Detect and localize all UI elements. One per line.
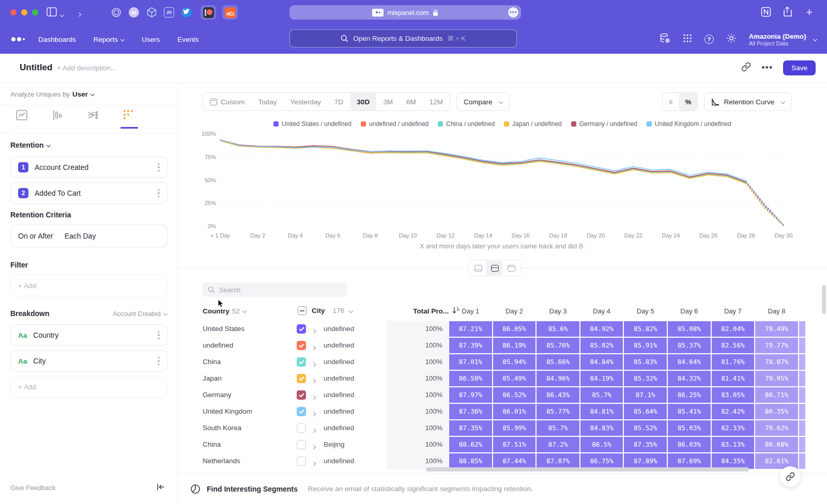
- chart-type-selector[interactable]: Retention Curve: [704, 92, 792, 111]
- vertical-scrollbar[interactable]: [822, 285, 826, 314]
- tab-soundcloud-icon[interactable]: [222, 5, 238, 20]
- step-menu-icon[interactable]: [158, 189, 160, 198]
- step-menu-icon[interactable]: [158, 163, 160, 172]
- retention-cell[interactable]: 82.42%: [712, 404, 755, 419]
- retention-cell[interactable]: 85.02%: [580, 338, 623, 353]
- retention-cell[interactable]: 87.01%: [449, 354, 492, 370]
- step-card-2[interactable]: 2 Added To Cart: [10, 182, 167, 204]
- range-yesterday[interactable]: Yesterday: [284, 93, 328, 111]
- retention-cell[interactable]: 85.82%: [624, 321, 667, 337]
- funnels-report-icon[interactable]: [51, 109, 65, 122]
- retention-cell[interactable]: 87.35%: [449, 420, 492, 436]
- retention-cell[interactable]: 80.35%: [755, 404, 798, 419]
- insights-report-icon[interactable]: [16, 109, 29, 122]
- retention-cell[interactable]: 86.05%: [493, 321, 536, 337]
- retention-cell[interactable]: 78.87%: [755, 354, 798, 370]
- retention-cell[interactable]: 85.83%: [624, 354, 667, 370]
- expand-row-icon[interactable]: [312, 443, 315, 452]
- retention-cell[interactable]: 84.83%: [580, 420, 623, 436]
- retention-cell[interactable]: 86.01%: [493, 404, 536, 419]
- range-30d[interactable]: 30D: [350, 93, 376, 111]
- retention-cell[interactable]: 84.92%: [580, 321, 623, 337]
- column-total[interactable]: Total Pro...: [374, 307, 449, 315]
- step-card-1[interactable]: 1 Account Created: [10, 156, 167, 178]
- retention-cell[interactable]: 79.77%: [755, 338, 798, 353]
- retention-line-chart[interactable]: 100%75%50%25%0%< 1 DayDay 2Day 4Day 6Day…: [198, 131, 798, 242]
- retention-cell[interactable]: 84.81%: [580, 404, 623, 419]
- retention-cell[interactable]: 81.76%: [712, 354, 755, 370]
- tab-cube-icon[interactable]: [144, 5, 159, 20]
- analyze-uniques-control[interactable]: Analyze Uniques byUser: [10, 90, 94, 98]
- retention-cell[interactable]: 87.35%: [624, 437, 667, 452]
- expand-row-icon[interactable]: [312, 376, 315, 386]
- retention-cell[interactable]: 81.41%: [712, 371, 755, 386]
- layout-chart-focus-button[interactable]: [470, 261, 486, 275]
- tab-target-icon[interactable]: [109, 5, 124, 20]
- range-3m[interactable]: 3M: [376, 93, 400, 111]
- expand-row-icon[interactable]: [312, 327, 315, 336]
- legend-item[interactable]: Japan / undefined: [504, 120, 561, 128]
- tab-patreon-icon[interactable]: [201, 5, 216, 20]
- save-button[interactable]: Save: [783, 60, 816, 75]
- range-custom[interactable]: Custom: [203, 93, 252, 111]
- percent-mode-button[interactable]: %: [679, 93, 697, 111]
- flows-report-icon[interactable]: [87, 109, 100, 122]
- retention-cell[interactable]: 87.89%: [624, 453, 667, 469]
- column-day-3[interactable]: Day 3: [537, 307, 579, 315]
- url-more-icon[interactable]: •••: [508, 7, 518, 18]
- retention-cell[interactable]: 80.68%: [755, 437, 798, 452]
- nav-item-reports[interactable]: Reports: [94, 36, 124, 43]
- series-checkbox[interactable]: [297, 324, 306, 334]
- expand-row-icon[interactable]: [312, 343, 315, 353]
- window-controls[interactable]: [10, 9, 38, 15]
- more-actions-icon[interactable]: •••: [761, 62, 773, 73]
- retention-cell[interactable]: 86.52%: [493, 387, 536, 403]
- retention-cell[interactable]: 85.41%: [668, 404, 711, 419]
- retention-cell[interactable]: 86.43%: [537, 387, 579, 403]
- retention-cell[interactable]: 85.76%: [537, 338, 579, 353]
- retention-cell[interactable]: 85.94%: [493, 354, 536, 370]
- retention-cell[interactable]: 87.21%: [449, 321, 492, 337]
- retention-cell[interactable]: 87.39%: [449, 338, 492, 353]
- data-management-icon[interactable]: [660, 33, 670, 45]
- column-day-5[interactable]: Day 5: [624, 307, 667, 315]
- tab-m-icon[interactable]: m: [126, 5, 142, 20]
- new-tab-icon[interactable]: +: [806, 6, 813, 19]
- retention-cell[interactable]: 84.84%: [580, 354, 623, 370]
- share-link-fab[interactable]: [780, 466, 801, 487]
- mixpanel-logo[interactable]: [11, 37, 25, 41]
- chevron-down-icon[interactable]: [60, 10, 64, 20]
- report-title[interactable]: Untitled: [20, 62, 52, 73]
- tab-bird-icon[interactable]: [179, 5, 194, 20]
- retention-cell[interactable]: 87.07%: [537, 453, 579, 469]
- retention-cell[interactable]: 85.03%: [668, 420, 711, 436]
- nav-item-users[interactable]: Users: [142, 36, 160, 43]
- range-today[interactable]: Today: [252, 93, 284, 111]
- retention-cell[interactable]: 84.64%: [668, 354, 711, 370]
- retention-cell[interactable]: 85.08%: [668, 321, 711, 337]
- give-feedback-link[interactable]: Give Feedback: [10, 484, 55, 492]
- share-icon[interactable]: [783, 6, 792, 19]
- retention-cell[interactable]: 84.35%: [712, 453, 755, 469]
- retention-cell[interactable]: 85.77%: [537, 404, 579, 419]
- minimize-window-button[interactable]: [21, 9, 27, 15]
- nav-item-dashboards[interactable]: Dashboards: [38, 36, 76, 43]
- series-checkbox[interactable]: [297, 407, 306, 416]
- retention-cell[interactable]: 79.49%: [755, 321, 798, 337]
- expand-row-icon[interactable]: [312, 360, 315, 369]
- retention-cell[interactable]: 83.13%: [712, 437, 755, 452]
- retention-cell[interactable]: 84.19%: [580, 371, 623, 386]
- column-day-1[interactable]: Day 1: [449, 307, 492, 315]
- column-day-2[interactable]: Day 2: [493, 307, 536, 315]
- retention-cell[interactable]: 82.56%: [712, 338, 755, 353]
- range-7d[interactable]: 7D: [328, 93, 350, 111]
- expand-row-icon[interactable]: [312, 459, 315, 468]
- retention-cell[interactable]: 85.7%: [537, 420, 579, 436]
- project-switcher[interactable]: Amazonia {Demo} All Project Data: [749, 33, 817, 46]
- segments-title[interactable]: Find Interesting Segments: [207, 485, 298, 493]
- global-search[interactable]: Open Reports & Dashboards ⌘ + K: [289, 29, 517, 48]
- select-all-checkbox[interactable]: [298, 306, 307, 315]
- breakdown-scope-selector[interactable]: Account Created: [113, 310, 167, 318]
- legend-item[interactable]: Germany / undefined: [571, 120, 637, 128]
- sidebar-toggle-icon[interactable]: [47, 7, 57, 19]
